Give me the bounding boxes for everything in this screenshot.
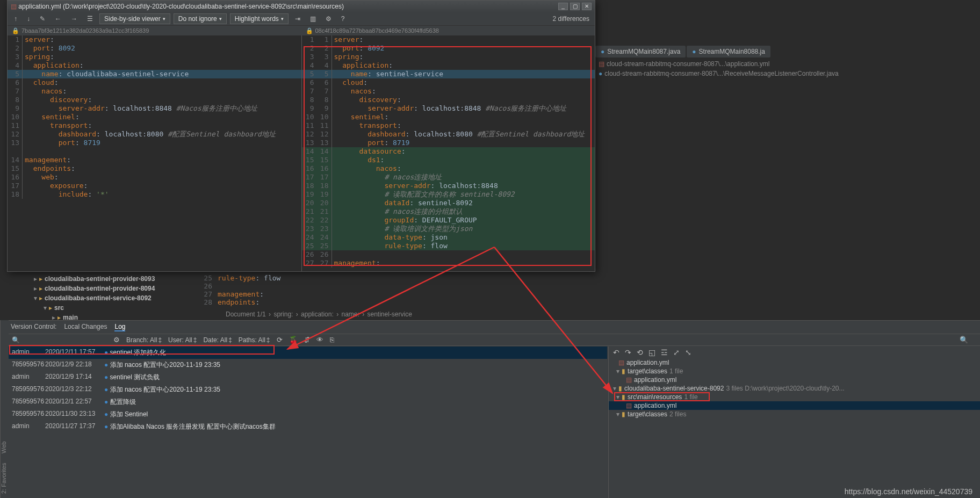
next-icon[interactable]: ↷: [625, 348, 631, 357]
code-line: 2424 data-type: json: [302, 233, 595, 242]
commit-row[interactable]: admin2020/11/27 17:37● 添加Alibaba Nacos 服…: [0, 421, 607, 433]
breadcrumb: Document 1/1 › spring: › application: › …: [225, 311, 413, 318]
file-tree-node[interactable]: ▾ ▮ src\main\resources 1 file: [609, 393, 980, 401]
eye-icon[interactable]: 👁: [316, 336, 323, 344]
watermark: https://blog.csdn.net/weixin_44520739: [845, 487, 972, 496]
code-line: 44 application:: [302, 61, 595, 70]
commit-row[interactable]: 7859595762020/12/3 22:12● 添加 nacos 配置中心2…: [0, 384, 607, 396]
search-icon: 🔍: [12, 336, 20, 344]
code-line: 8 discovery:: [8, 96, 301, 104]
editor-tab[interactable]: ●StreamMQMain8088.ja: [687, 46, 770, 57]
code-line: 4 application:: [8, 61, 301, 70]
code-line: 1111 transport:: [302, 121, 595, 130]
code-line: 22 port: 8092: [302, 44, 595, 53]
left-hash: 7baaa7bf3e1211e382da02363a9a12cc3f165839: [21, 27, 149, 34]
forward-icon[interactable]: →: [68, 14, 81, 24]
project-node[interactable]: ▾ ▸ cloudalibaba-sentinel-service-8092: [18, 293, 192, 303]
tab-local-changes[interactable]: Local Changes: [64, 323, 107, 331]
cherry-pick-icon[interactable]: 🍒: [289, 336, 298, 344]
code-line: 2222 groupId: DEFAULT_GROUP: [302, 216, 595, 225]
file-tree-node[interactable]: ▤ application.yml: [609, 376, 980, 384]
java-icon: ●: [692, 48, 696, 55]
search-icon[interactable]: 🔍: [960, 336, 968, 344]
file-tree-node[interactable]: ▤ application.yml: [609, 401, 980, 410]
code-line: 12 dashboard: localhost:8080 #配置Sentinel…: [8, 130, 301, 139]
code-line: 1616 nacos:: [302, 164, 595, 173]
code-line: 1313 port: 8719: [302, 139, 595, 147]
paths-filter[interactable]: Paths: All: [239, 336, 265, 344]
minimize-button[interactable]: _: [558, 3, 568, 10]
next-diff-icon[interactable]: ↓: [24, 14, 33, 24]
code-line: 2 port: 8092: [8, 44, 301, 53]
goto-icon[interactable]: ⎘: [330, 336, 334, 344]
web-tool[interactable]: Web: [1, 441, 9, 453]
edit-icon[interactable]: ✎: [37, 14, 48, 24]
tab-log[interactable]: Log: [114, 323, 125, 331]
code-line: 6 cloud:: [8, 78, 301, 87]
collapse-icon[interactable]: ⇵: [304, 336, 310, 344]
code-line: 77 nacos:: [302, 87, 595, 96]
back-icon[interactable]: ←: [52, 14, 64, 24]
code-line: 55 name: sentinel-service: [302, 70, 595, 78]
code-line: 2323 # 读取培训文件类型为json: [302, 225, 595, 233]
diff-count: 2 differences: [553, 15, 590, 23]
code-line: 3spring:: [8, 53, 301, 61]
commit-row[interactable]: admin2020/12/9 17:14● sentinel 测试负载: [0, 371, 607, 384]
favorites-tool[interactable]: 2: Favorites: [1, 463, 9, 494]
highlight-dropdown[interactable]: Highlight words: [230, 13, 289, 24]
collapse-icon[interactable]: ⇥: [292, 14, 304, 24]
refresh-icon[interactable]: ⟲: [637, 348, 643, 357]
code-line: 1414 datasource:: [302, 147, 595, 156]
code-line: 14management:: [8, 156, 301, 164]
gear-icon[interactable]: ⚙: [113, 336, 120, 344]
prev-icon[interactable]: ↶: [613, 348, 619, 357]
ignore-dropdown[interactable]: Do not ignore: [174, 13, 227, 24]
select-icon[interactable]: ◱: [648, 348, 655, 357]
branch-filter[interactable]: Branch: All: [126, 336, 157, 344]
breadcrumb[interactable]: ●cloud-stream-rabbitmq-consumer-8087\...…: [595, 69, 980, 78]
search-input[interactable]: [26, 336, 107, 344]
help-icon[interactable]: ?: [338, 14, 348, 24]
file-tree-node[interactable]: ▾ ▮ target\classes 1 file: [609, 367, 980, 376]
java-icon: ●: [599, 70, 602, 77]
close-button[interactable]: ✕: [582, 3, 592, 10]
yml-icon: ▤: [599, 60, 604, 68]
commit-row[interactable]: 7859595762020/11/30 23:13● 添加 Sentinel: [0, 408, 607, 421]
code-line: 13 port: 8719: [8, 139, 301, 147]
project-node[interactable]: ▸ ▸ cloudalibaba-sentinel-provider-8093: [18, 274, 192, 284]
editor-tab[interactable]: ●StreamMQMain8087.java: [595, 46, 686, 57]
commit-row[interactable]: 7859595762020/12/1 22:57● 配置降级: [0, 396, 607, 408]
file-tree-node[interactable]: ▾ ▮ target\classes 2 files: [609, 410, 980, 418]
code-line: 99 server-addr: localhost:8848 #Nacos服务注…: [302, 104, 595, 113]
expand-icon[interactable]: ⤢: [673, 348, 680, 357]
file-tree-node[interactable]: ▾ ▮ cloudalibaba-sentinel-service-8092 3…: [609, 384, 980, 393]
prev-diff-icon[interactable]: ↑: [11, 14, 20, 24]
code-line: 16 web:: [8, 173, 301, 182]
java-icon: ●: [601, 48, 604, 55]
refresh-icon[interactable]: ⟳: [277, 336, 283, 344]
code-line: 33spring:: [302, 53, 595, 61]
viewer-dropdown[interactable]: Side-by-side viewer: [99, 13, 170, 24]
project-node[interactable]: ▾ ▸ src: [18, 303, 192, 313]
collapse-icon[interactable]: ⤡: [685, 348, 691, 357]
code-line: 1919 # 读取配置文件的名称 sentinel-8092: [302, 190, 595, 199]
code-line: 2727management:: [302, 259, 595, 268]
right-hash: 08c4f18c89a727bbaa87bcd469e7630f4ffd5638: [315, 27, 439, 34]
settings-icon[interactable]: ⚙: [322, 14, 335, 24]
code-line: 5 name: cloudalibaba-sentinel-service: [8, 70, 301, 78]
project-node[interactable]: ▸ ▸ cloudalibaba-sentinel-provider-8094: [18, 284, 192, 293]
list-icon[interactable]: ☰: [84, 14, 96, 24]
file-tree-node[interactable]: ▤ application.yml: [609, 358, 980, 367]
user-filter[interactable]: User: All: [168, 336, 192, 344]
code-line: 2121 # nacos连接的分组默认: [302, 207, 595, 216]
commit-row[interactable]: 7859595762020/12/9 22:18● 添加 nacos 配置中心2…: [0, 359, 607, 371]
date-filter[interactable]: Date: All: [203, 336, 227, 344]
maximize-button[interactable]: ▢: [570, 3, 580, 10]
code-line: 11 transport:: [8, 121, 301, 130]
code-line: 18 include: '*': [8, 190, 301, 199]
group-icon[interactable]: ☲: [661, 348, 668, 357]
breadcrumb[interactable]: ▤cloud-stream-rabbitmq-consumer-8087\...…: [595, 59, 980, 69]
commit-row[interactable]: admin2020/12/11 17:57● sentinel 添加持久化: [0, 347, 607, 359]
sync-scroll-icon[interactable]: ▥: [307, 14, 319, 24]
code-line: 7 nacos:: [8, 87, 301, 96]
